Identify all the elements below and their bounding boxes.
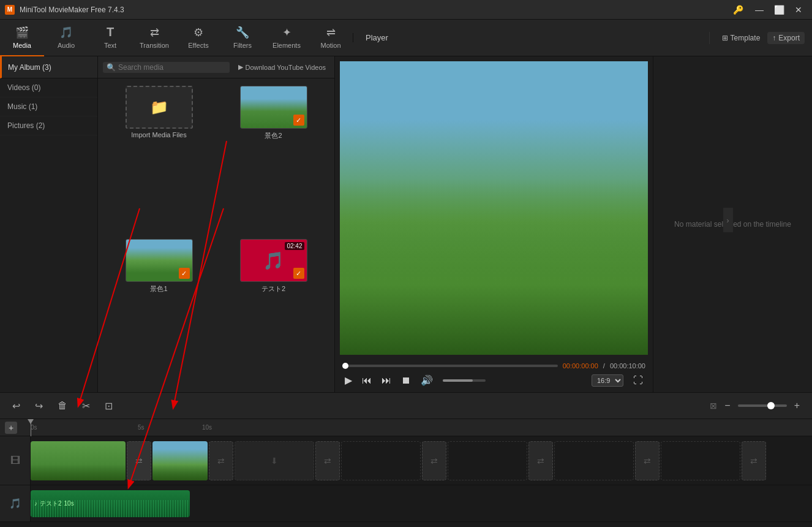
media-panel: 🔍 ▶ Download YouTube Videos 📁 Import Med… [98,56,334,392]
audio-clip-test2[interactable]: ♪ テスト2 10s [31,490,190,517]
collapse-panel-button[interactable]: › [723,208,733,232]
video-viewport [340,61,648,355]
empty-slot-1[interactable]: ⬇ [235,441,314,480]
progress-bar[interactable] [342,365,558,367]
video-clip-2[interactable] [152,441,208,480]
list-item[interactable]: 📁 Import Media Files [105,86,212,232]
volume-slider[interactable] [443,379,486,382]
redo-button[interactable]: ↪ [30,398,48,414]
tab-effects-label: Effects [188,42,208,49]
audio-track-content: ♪ テスト2 10s [31,485,812,521]
media-toolbar: 🔍 ▶ Download YouTube Videos [98,56,334,78]
media-icon: 🎬 [15,26,29,39]
ruler-mark-10s: 10s [202,424,212,431]
list-item[interactable]: ✓ 景色1 [105,239,212,385]
tab-audio[interactable]: 🎵 Audio [44,20,88,56]
transition-slot-7[interactable]: ⇄ [742,441,766,480]
template-label: Template [731,34,761,42]
transition-slot-5[interactable]: ⇄ [528,441,553,480]
download-label: Download YouTube Videos [246,64,326,71]
tab-text-label: Text [104,42,116,49]
tab-elements[interactable]: ✦ Elements [265,20,309,56]
app-icon: M [5,5,15,15]
youtube-icon: ▶ [238,63,243,71]
keshiki2-label: 景色2 [265,131,282,140]
empty-slot-4 [554,441,634,480]
zoom-out-button[interactable]: − [720,398,735,414]
undo-button[interactable]: ↩ [7,398,25,414]
zoom-in-button[interactable]: + [789,398,805,414]
download-youtube-button[interactable]: ▶ Download YouTube Videos [235,62,330,72]
restore-button[interactable]: ⬜ [770,4,788,16]
transition-slot-1[interactable]: ⇄ [127,441,151,480]
tab-motion[interactable]: ⇌ Motion [309,20,353,56]
sidebar-item-videos[interactable]: Videos (0) [0,78,97,97]
tab-audio-label: Audio [58,42,75,49]
audio-track-icon: 🎵 [9,498,21,509]
import-thumb: 📁 [126,86,193,129]
timeline-add-button[interactable]: + [5,422,17,434]
zoom-controls: ⊠ − + [710,398,805,414]
download-slot-icon: ⬇ [271,456,278,466]
empty-slot-2 [341,441,421,480]
play-button[interactable]: ▶ [342,373,355,387]
crop-button[interactable]: ⊡ [100,398,118,414]
tab-effects[interactable]: ⚙ Effects [176,20,220,56]
aspect-ratio-select[interactable]: 16:9 9:16 1:1 4:3 [592,374,623,387]
prev-frame-button[interactable]: ⏮ [359,374,374,387]
export-button[interactable]: ↑ Export [767,32,805,44]
tab-text[interactable]: T Text [88,20,132,56]
media-grid: 📁 Import Media Files ✓ 景色2 ✓ 景色1 [98,78,334,392]
folder-icon: 📁 [150,99,168,116]
tab-transition[interactable]: ⇄ Transition [132,20,176,56]
tab-media[interactable]: 🎬 Media [0,20,44,56]
zoom-slider[interactable] [738,404,787,407]
audio-icon: 🎵 [59,26,73,39]
video-clip-1[interactable] [31,441,126,480]
template-button[interactable]: ⊞ Template [717,32,765,44]
transition-slot-3[interactable]: ⇄ [315,441,340,480]
volume-fill [443,379,473,382]
progress-handle[interactable] [342,363,348,369]
cut-button[interactable]: ✂ [77,398,95,414]
sidebar-item-pictures[interactable]: Pictures (2) [0,116,97,135]
control-buttons: ▶ ⏮ ⏭ ⏹ 🔊 16:9 9:16 1:1 4:3 ⛶ [342,373,645,387]
transition-slot-6[interactable]: ⇄ [635,441,660,480]
keshiki1-label: 景色1 [150,284,167,294]
delete-button[interactable]: 🗑 [53,398,72,414]
volume-button[interactable]: 🔊 [418,373,435,387]
right-panel: › No material selected on the timeline [653,56,812,392]
list-item[interactable]: 🎵 02:42 ✓ テスト2 [220,239,327,385]
search-input[interactable] [118,63,226,72]
player-title: Player [366,33,709,42]
transition-slot-2[interactable]: ⇄ [209,441,233,480]
tab-media-label: Media [13,42,31,49]
test2-check: ✓ [293,268,304,279]
audio-label: ♪ テスト2 10s [34,499,74,508]
motion-icon: ⇌ [326,26,336,39]
player-controls: 00:00:00:00 / 00:00:10:00 ▶ ⏮ ⏭ ⏹ 🔊 16:9… [335,360,653,392]
export-label: Export [778,34,800,42]
columns-icon: ⊠ [710,401,717,411]
titlebar: M MiniTool MovieMaker Free 7.4.3 🔑 — ⬜ ✕ [0,0,812,20]
close-button[interactable]: ✕ [790,4,807,16]
minimize-button[interactable]: — [751,4,768,16]
sidebar-header: My Album (3) [0,56,97,78]
player-panel: 00:00:00:00 / 00:00:10:00 ▶ ⏮ ⏭ ⏹ 🔊 16:9… [334,56,653,392]
sidebar-item-music[interactable]: Music (1) [0,97,97,116]
keshiki1-check: ✓ [179,268,190,279]
stop-button[interactable]: ⏹ [399,374,413,387]
audio-track: 🎵 ♪ テスト2 10s [0,485,812,522]
test2-duration: 02:42 [285,242,304,250]
timeline-tracks: 🎞 ⇄ ⇄ ⬇ ⇄ ⇄ ⇄ ⇄ [0,436,812,527]
test2-label: テスト2 [261,284,285,294]
tab-filters[interactable]: 🔧 Filters [220,20,265,56]
tab-motion-label: Motion [320,42,340,49]
list-item[interactable]: ✓ 景色2 [220,86,327,232]
fullscreen-button[interactable]: ⛶ [631,374,645,387]
next-frame-button[interactable]: ⏭ [379,374,394,387]
time-total: 00:00:10:00 [610,362,645,370]
template-icon: ⊞ [722,34,728,42]
effects-icon: ⚙ [194,26,203,39]
transition-slot-4[interactable]: ⇄ [422,441,446,480]
